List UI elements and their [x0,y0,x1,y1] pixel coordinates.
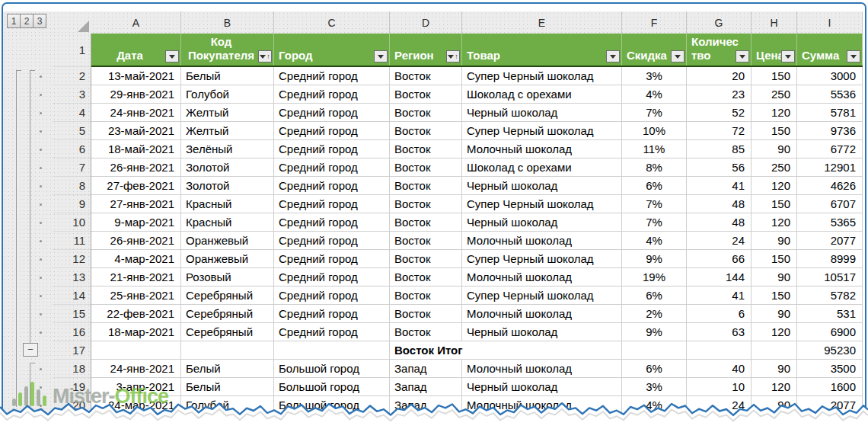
cell-C8[interactable]: Средний город [274,177,390,195]
cell-A12[interactable]: 4-мар-2021 [91,250,181,268]
cell-D20[interactable]: Запад [390,396,462,415]
column-letter-A[interactable]: A [91,11,181,34]
cell-C19[interactable]: Большой город [274,378,390,396]
cell-D8[interactable]: Восток [390,177,462,195]
row-number-17[interactable]: 17 [53,341,91,360]
cell-D10[interactable]: Восток [390,213,462,232]
cell-G17[interactable] [687,341,752,360]
filter-button-F[interactable] [671,50,685,62]
cell-B9[interactable]: Красный [181,195,274,213]
cell-I20[interactable]: 2077 [797,396,863,415]
cell-H7[interactable]: 250 [752,158,797,177]
cell-E20[interactable]: Молочный шоколад [462,396,622,415]
cell-D3[interactable]: Восток [390,85,462,104]
row-number-14[interactable]: 14 [53,287,91,305]
outline-level-2-button[interactable]: 2 [20,14,34,28]
filter-button-G[interactable] [736,50,749,62]
cell-G20[interactable]: 24 [687,396,752,415]
cell-E12[interactable]: Супер Черный шоколад [462,250,622,268]
cell-D11[interactable]: Восток [390,232,462,250]
cell-G19[interactable]: 10 [687,378,752,396]
outline-level-1-button[interactable]: 1 [7,14,21,28]
cell-D6[interactable]: Восток [390,140,462,158]
cell-C3[interactable]: Средний город [274,85,390,104]
column-letter-F[interactable]: F [622,11,687,34]
cell-H5[interactable]: 150 [752,122,797,140]
cell-B15[interactable]: Серебряный [181,305,274,323]
row-number-4[interactable]: 4 [53,104,91,122]
cell-I14[interactable]: 5782 [797,287,863,305]
cell-D12[interactable]: Восток [390,250,462,268]
cell-G2[interactable]: 20 [687,67,752,85]
cell-D18[interactable]: Запад [390,360,462,378]
cell-E13[interactable]: Молочный шоколад [462,268,622,287]
cell-F7[interactable]: 8% [622,158,687,177]
cell-I18[interactable]: 3500 [797,360,863,378]
cell-C20[interactable]: Большой город [274,396,390,415]
cell-D9[interactable]: Восток [390,195,462,213]
row-number-16[interactable]: 16 [53,323,91,341]
cell-F15[interactable]: 2% [622,305,687,323]
cell-H9[interactable]: 150 [752,195,797,213]
cell-C16[interactable]: Средний город [274,323,390,341]
filter-button-I[interactable] [847,50,860,62]
cell-I13[interactable]: 10517 [797,268,863,287]
filter-sorted-button-B[interactable]: ↑ [258,50,272,62]
cell-F4[interactable]: 7% [622,104,687,122]
cell-G11[interactable]: 24 [687,232,752,250]
cell-G14[interactable]: 41 [687,287,752,305]
cell-H16[interactable]: 120 [752,323,797,341]
cell-E14[interactable]: Супер Черный шоколад [462,287,622,305]
cell-C4[interactable]: Средний город [274,104,390,122]
cell-H10[interactable]: 120 [752,213,797,232]
row-number-10[interactable]: 10 [53,213,91,232]
row-number-11[interactable]: 11 [53,232,91,250]
cell-E5[interactable]: Супер Черный шоколад [462,122,622,140]
row-number-3[interactable]: 3 [53,85,91,104]
cell-F2[interactable]: 3% [622,67,687,85]
select-all-triangle-icon[interactable] [78,21,89,32]
cell-F5[interactable]: 10% [622,122,687,140]
cell-B3[interactable]: Голубой [181,85,274,104]
cell-G4[interactable]: 52 [687,104,752,122]
cell-C13[interactable]: Средний город [274,268,390,287]
cell-I2[interactable]: 3000 [797,67,863,85]
cell-I19[interactable]: 1600 [797,378,863,396]
cell-B8[interactable]: Золотой [181,177,274,195]
cell-H17[interactable] [752,341,797,360]
cell-E4[interactable]: Черный шоколад [462,104,622,122]
cell-A10[interactable]: 9-мар-2021 [91,213,181,232]
cell-A4[interactable]: 24-янв-2021 [91,104,181,122]
cell-D13[interactable]: Восток [390,268,462,287]
cell-I15[interactable]: 531 [797,305,863,323]
cell-C11[interactable]: Средний город [274,232,390,250]
cell-D14[interactable]: Восток [390,287,462,305]
cell-H11[interactable]: 90 [752,232,797,250]
cell-G12[interactable]: 66 [687,250,752,268]
cell-I4[interactable]: 5781 [797,104,863,122]
cell-I3[interactable]: 5536 [797,85,863,104]
cell-A2[interactable]: 13-май-2021 [91,67,181,85]
cell-E3[interactable]: Шоколад с орехами [462,85,622,104]
cell-G13[interactable]: 144 [687,268,752,287]
cell-G6[interactable]: 85 [687,140,752,158]
cell-A16[interactable]: 18-мар-2021 [91,323,181,341]
cell-F10[interactable]: 7% [622,213,687,232]
cell-A18[interactable]: 24-янв-2021 [91,360,181,378]
cell-A14[interactable]: 25-янв-2021 [91,287,181,305]
cell-I16[interactable]: 6900 [797,323,863,341]
cell-B17[interactable] [181,341,274,360]
cell-G10[interactable]: 48 [687,213,752,232]
cell-G18[interactable]: 40 [687,360,752,378]
cell-C6[interactable]: Средний город [274,140,390,158]
cell-H18[interactable]: 90 [752,360,797,378]
cell-F8[interactable]: 6% [622,177,687,195]
cell-C2[interactable]: Средний город [274,67,390,85]
cell-F6[interactable]: 11% [622,140,687,158]
cell-I5[interactable]: 9736 [797,122,863,140]
cell-E7[interactable]: Шоколад с орехами [462,158,622,177]
cell-A8[interactable]: 27-фев-2021 [91,177,181,195]
cell-H14[interactable]: 150 [752,287,797,305]
filter-button-E[interactable] [606,50,620,62]
row-number-6[interactable]: 6 [53,140,91,158]
